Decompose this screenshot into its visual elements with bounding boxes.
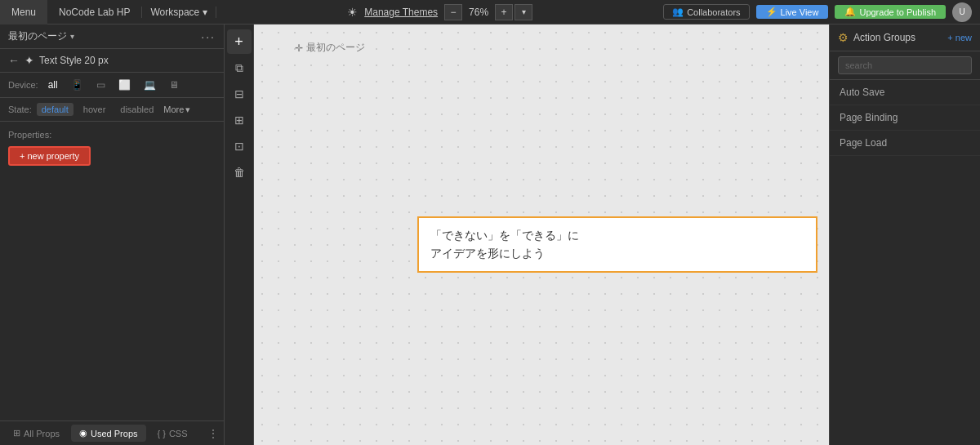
state-disabled-button[interactable]: disabled (115, 103, 158, 116)
workspace-label: Workspace (150, 7, 199, 18)
new-property-button[interactable]: + new property (8, 146, 91, 166)
collaborators-button[interactable]: 👥 Collaborators (663, 4, 749, 20)
state-more-label: More (163, 105, 184, 114)
element-header: ← ✦ Text Style 20 px (0, 49, 224, 73)
canvas-area[interactable]: ✛ 最初のページ 「できない」を「できる」に アイデアを形にしよう (254, 24, 829, 445)
search-input[interactable] (838, 56, 972, 74)
brand-label: NoCode Lab HP (47, 7, 142, 18)
list-item[interactable]: Page Load (830, 131, 980, 156)
add-element-button[interactable]: + (227, 29, 252, 54)
state-hover-button[interactable]: hover (78, 103, 111, 116)
device-desktop-button[interactable]: 🖥 (166, 78, 182, 92)
theme-sun-icon: ☀ (347, 6, 358, 19)
bottom-more-button[interactable]: ⋮ (207, 427, 219, 440)
properties-label: Properties: (8, 130, 216, 140)
zoom-in-button[interactable]: + (495, 4, 513, 20)
list-item[interactable]: Page Binding (830, 105, 980, 131)
manage-themes-link[interactable]: Manage Themes (364, 7, 438, 18)
live-view-button[interactable]: ⚡ Live View (756, 5, 829, 19)
css-label: CSS (169, 429, 188, 438)
all-props-icon: ⊞ (13, 428, 20, 438)
page-title-area: 最初のページ ▾ (8, 29, 74, 43)
element-type-icon: ✦ (24, 54, 34, 67)
workspace-selector[interactable]: Workspace ▾ (142, 7, 216, 18)
zoom-out-button[interactable]: − (444, 4, 462, 20)
state-row: State: default hover disabled More ▾ (0, 98, 224, 122)
device-mobile-button[interactable]: 📱 (68, 78, 87, 92)
tab-css[interactable]: { } CSS (149, 425, 196, 442)
canvas-text-element[interactable]: 「できない」を「できる」に アイデアを形にしよう (417, 216, 817, 273)
component-button[interactable]: ⊡ (227, 134, 252, 158)
page-title: 最初のページ (8, 29, 67, 43)
canvas-toolbar: + ⧉ ⊟ ⊞ ⊡ 🗑 (225, 24, 254, 445)
main-area: 最初のページ ▾ ··· ← ✦ Text Style 20 px Device… (0, 24, 980, 445)
zoom-controls: − 76% + ▾ (444, 4, 532, 20)
css-icon: { } (158, 429, 166, 438)
canvas-page-move-icon: ✛ (295, 42, 303, 54)
zoom-value: 76% (464, 7, 493, 18)
state-default-button[interactable]: default (37, 103, 74, 116)
add-section-button[interactable]: ⊞ (227, 108, 252, 132)
layers-button[interactable]: ⊟ (227, 82, 252, 106)
live-view-icon: ⚡ (766, 7, 777, 17)
zoom-dropdown-button[interactable]: ▾ (514, 4, 532, 20)
properties-area: Properties: + new property (0, 122, 224, 421)
canvas-page-title: 最初のページ (306, 41, 365, 55)
nav-right: 👥 Collaborators ⚡ Live View 🔔 Upgrade to… (663, 2, 980, 22)
workspace-chevron-icon: ▾ (203, 7, 207, 18)
canvas-text-line1: 「できない」を「できる」に (430, 226, 804, 244)
tab-all-props[interactable]: ⊞ All Props (5, 425, 68, 442)
avatar[interactable]: U (952, 2, 972, 22)
device-label: Device: (8, 80, 38, 90)
device-laptop-button[interactable]: 💻 (140, 78, 159, 92)
back-button[interactable]: ← (8, 54, 20, 67)
canvas-text-line2: アイデアを形にしよう (430, 244, 804, 262)
device-row: Device: all 📱 ▭ ⬜ 💻 🖥 (0, 73, 224, 98)
panel-more-button[interactable]: ··· (201, 30, 216, 43)
page-title-arrow-icon: ▾ (70, 32, 74, 41)
delete-button[interactable]: 🗑 (227, 160, 252, 185)
action-groups-icon: ⚙ (838, 31, 849, 44)
upgrade-icon: 🔔 (844, 7, 856, 17)
element-title: Text Style 20 px (39, 55, 109, 66)
device-all-button[interactable]: all (45, 78, 61, 92)
nav-center: ☀ Manage Themes − 76% + ▾ (216, 4, 663, 20)
right-panel-header: ⚙ Action Groups + new (830, 24, 980, 51)
action-groups-list: Auto Save Page Binding Page Load (830, 80, 980, 445)
device-tablet-button[interactable]: ⬜ (115, 78, 134, 92)
new-action-button[interactable]: + new (947, 33, 972, 42)
menu-button[interactable]: Menu (0, 0, 47, 24)
upgrade-button[interactable]: 🔔 Upgrade to Publish (835, 5, 946, 19)
bottom-tabs: ⊞ All Props ◉ Used Props { } CSS ⋮ (0, 421, 224, 445)
left-panel: 最初のページ ▾ ··· ← ✦ Text Style 20 px Device… (0, 24, 225, 445)
right-panel: ⚙ Action Groups + new Auto Save Page Bin… (829, 24, 980, 445)
all-props-label: All Props (24, 429, 60, 438)
right-search-area (830, 51, 980, 80)
state-more-button[interactable]: More ▾ (163, 105, 190, 115)
top-nav: Menu NoCode Lab HP Workspace ▾ ☀ Manage … (0, 0, 980, 24)
device-tablet-small-button[interactable]: ▭ (93, 78, 109, 92)
left-panel-header: 最初のページ ▾ ··· (0, 24, 224, 49)
tab-used-props[interactable]: ◉ Used Props (71, 425, 145, 442)
right-panel-title-area: ⚙ Action Groups (838, 31, 915, 44)
collaborators-label: Collaborators (687, 7, 740, 17)
right-panel-title: Action Groups (853, 32, 915, 43)
copy-button[interactable]: ⧉ (227, 56, 252, 80)
live-view-label: Live View (781, 7, 819, 17)
used-props-icon: ◉ (79, 428, 87, 438)
list-item[interactable]: Auto Save (830, 80, 980, 105)
used-props-label: Used Props (91, 429, 137, 438)
upgrade-label: Upgrade to Publish (859, 7, 936, 17)
state-label: State: (8, 105, 32, 114)
collaborators-icon: 👥 (672, 7, 684, 17)
canvas-page-label: ✛ 最初のページ (295, 41, 365, 55)
state-more-chevron-icon: ▾ (185, 105, 190, 115)
